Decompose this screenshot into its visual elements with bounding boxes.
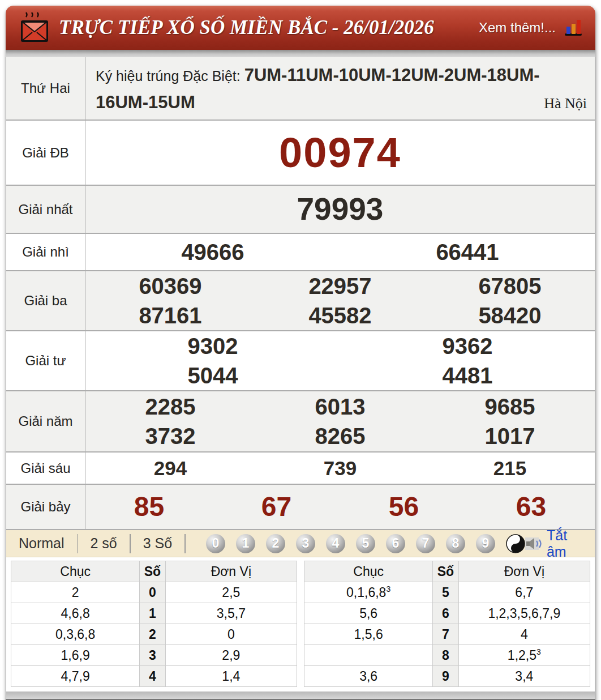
digit-summary-section: Chục Số Đơn Vị 2 0 2,5 4,6,8 1 3,5,7 0,3…: [6, 557, 595, 692]
prize-row-seventh: Giải bảy 85 67 56 63: [6, 485, 595, 530]
cell-donvi: 4: [458, 624, 590, 645]
prize-number: 5044: [85, 361, 340, 390]
mode-2-digit[interactable]: 2 số: [78, 535, 129, 552]
prize-number: 56: [340, 489, 467, 524]
col-header-chuc: Chục: [304, 561, 433, 582]
prize-number: 294: [85, 455, 255, 481]
cell-chuc: 1,5,6: [304, 624, 433, 645]
cell-chuc: [304, 645, 433, 666]
divider: [184, 534, 186, 553]
footer-shadow-strip: [6, 692, 595, 699]
symbol-caption: Ký hiệu trúng Đặc Biệt:: [96, 68, 241, 84]
prize-label: Giải tư: [6, 331, 85, 390]
mode-normal[interactable]: Normal: [6, 535, 77, 552]
cell-donvi: 2,9: [165, 645, 297, 666]
control-bar: Normal 2 số 3 Số 0 1 2 3 4 5 6 7 8 9: [6, 530, 595, 557]
header-shadow-strip: [6, 50, 595, 57]
speaker-icon: [525, 536, 542, 551]
table-row: 2 0 2,5: [11, 582, 297, 603]
cell-donvi: 6,7: [458, 582, 590, 603]
ball-7[interactable]: 7: [416, 534, 435, 553]
ball-2[interactable]: 2: [266, 534, 285, 553]
cell-so: 6: [433, 603, 458, 624]
special-symbol-cell: Ký hiệu trúng Đặc Biệt: 7UM-11UM-10UM-12…: [85, 57, 595, 119]
prize-row-third: Giải ba 60369 22957 67805 87161 45582 58…: [6, 271, 595, 331]
col-header-so: Số: [140, 561, 165, 582]
cell-so: 3: [140, 645, 165, 666]
prize-number: 739: [255, 455, 425, 481]
cell-donvi: 3,5,7: [165, 603, 297, 624]
cell-chuc: 2: [11, 582, 140, 603]
cell-chuc: 1,6,9: [11, 645, 140, 666]
prize-number: 66441: [340, 237, 595, 267]
see-more-link[interactable]: Xem thêm!...: [479, 20, 556, 36]
col-header-so: Số: [433, 561, 458, 582]
prize-number: 60369: [85, 271, 255, 301]
cell-donvi: 0: [165, 624, 297, 645]
mute-label: Tắt âm: [547, 527, 587, 560]
prize-number: 8265: [255, 421, 425, 451]
prize-row-first: Giải nhất 79993: [6, 186, 595, 234]
ball-3[interactable]: 3: [296, 534, 315, 553]
ball-4[interactable]: 4: [326, 534, 345, 553]
prize-number: 4481: [340, 361, 595, 390]
col-header-chuc: Chục: [11, 561, 140, 582]
draw-info-row: Thứ Hai Ký hiệu trúng Đặc Biệt: 7UM-11UM…: [6, 57, 595, 121]
cell-donvi: 2,5: [165, 582, 297, 603]
cell-so: 7: [433, 624, 458, 645]
cell-chuc: 5,6: [304, 603, 433, 624]
cell-so: 4: [140, 666, 165, 687]
prize-number: 9362: [340, 331, 595, 361]
digit-table-left: Chục Số Đơn Vị 2 0 2,5 4,6,8 1 3,5,7 0,3…: [11, 561, 297, 687]
prize-label: Giải năm: [6, 391, 85, 451]
prize-label: Giải bảy: [6, 485, 85, 529]
cell-so: 1: [140, 603, 165, 624]
table-row: 8 1,2,53: [304, 645, 590, 666]
prize-label: Giải ba: [6, 271, 85, 330]
table-row: 4,6,8 1 3,5,7: [11, 603, 297, 624]
ball-9[interactable]: 9: [476, 534, 495, 553]
cell-so: 0: [140, 582, 165, 603]
ball-6[interactable]: 6: [386, 534, 405, 553]
mute-button[interactable]: Tắt âm: [525, 527, 587, 560]
table-row: 1,6,9 3 2,9: [11, 645, 297, 666]
ball-5[interactable]: 5: [356, 534, 375, 553]
page-title: TRỰC TIẾP XỔ SỐ MIỀN BẮC - 26/01/2026: [59, 16, 434, 39]
cell-chuc: 0,3,6,8: [11, 624, 140, 645]
weekday-label: Thứ Hai: [6, 57, 85, 119]
prize-number: 6013: [255, 392, 425, 421]
cell-so: 8: [433, 645, 458, 666]
ball-0[interactable]: 0: [206, 534, 225, 553]
table-row: 3,6 9 3,4: [304, 666, 590, 687]
prize-number: 85: [85, 489, 213, 524]
cell-donvi: 3,4: [458, 666, 590, 687]
header-bar: TRỰC TIẾP XỔ SỐ MIỀN BẮC - 26/01/2026 Xe…: [6, 6, 595, 50]
prize-row-sixth: Giải sáu 294 739 215: [6, 453, 595, 485]
prize-number: 67805: [425, 271, 595, 301]
digit-table-right: Chục Số Đơn Vị 0,1,6,83 5 6,7 5,6 6 1,2,…: [304, 561, 590, 687]
ball-8[interactable]: 8: [446, 534, 465, 553]
cell-chuc: 3,6: [304, 666, 433, 687]
prize-row-fourth: Giải tư 9302 9362 5044 4481: [6, 331, 595, 391]
prize-label: Giải ĐB: [6, 121, 85, 185]
prize-number: 45582: [255, 301, 425, 330]
mode-3-digit[interactable]: 3 Số: [131, 535, 184, 552]
prize-row-fifth: Giải năm 2285 6013 9685 3732 8265 1017: [6, 391, 595, 453]
prize-label: Giải nhì: [6, 234, 85, 270]
ball-1[interactable]: 1: [236, 534, 255, 553]
cell-chuc: 4,6,8: [11, 603, 140, 624]
cell-donvi: 1,2,3,5,6,7,9: [458, 603, 590, 624]
cell-so: 2: [140, 624, 165, 645]
table-row: 0,3,6,8 2 0: [11, 624, 297, 645]
cell-so: 9: [433, 666, 458, 687]
prize-number: 67: [213, 489, 340, 524]
prize-label: Giải nhất: [6, 186, 85, 233]
province-label: Hà Nội: [544, 92, 587, 115]
table-row: 4,7,9 4 1,4: [11, 666, 297, 687]
bar-chart-icon[interactable]: [564, 19, 583, 37]
prize-number: 9302: [85, 331, 340, 361]
yin-yang-icon[interactable]: [506, 534, 525, 553]
prize-number: 1017: [425, 421, 595, 451]
prize-row-special: Giải ĐB 00974: [6, 121, 595, 186]
prize-number: 215: [425, 455, 595, 481]
